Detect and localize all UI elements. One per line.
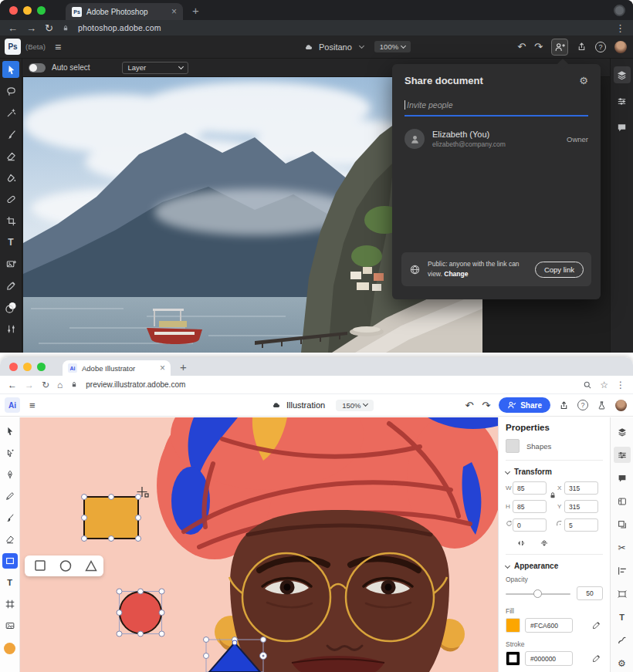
- reload-icon[interactable]: ↻: [42, 380, 49, 390]
- width-input[interactable]: 85: [513, 481, 547, 495]
- new-tab-button[interactable]: +: [180, 360, 187, 373]
- copy-link-button[interactable]: Copy link: [535, 262, 584, 278]
- orange-rectangle-shape[interactable]: [82, 495, 141, 542]
- layers-panel-button[interactable]: [614, 66, 631, 83]
- forward-icon[interactable]: →: [25, 380, 34, 390]
- ai-tool-eraser[interactable]: [2, 532, 18, 547]
- stroke-hex-input[interactable]: #000000: [525, 651, 573, 666]
- back-icon[interactable]: ←: [8, 380, 17, 390]
- share-settings-gear-icon[interactable]: ⚙: [579, 75, 588, 86]
- settings-button[interactable]: ⚙: [614, 656, 631, 672]
- maximize-window-icon[interactable]: [37, 6, 46, 15]
- browser-profile-icon[interactable]: [614, 5, 625, 16]
- ai-tool-select[interactable]: [2, 424, 18, 439]
- export-share-button[interactable]: [577, 42, 587, 52]
- invite-people-button[interactable]: [551, 39, 568, 56]
- address-bar[interactable]: photoshop.adobe.com: [78, 23, 161, 32]
- x-input[interactable]: 315: [564, 481, 598, 495]
- undo-icon[interactable]: ↶: [465, 400, 473, 410]
- pages-panel-button[interactable]: [614, 516, 631, 532]
- ai-tool-type[interactable]: T: [2, 575, 18, 590]
- comments-panel-button[interactable]: [614, 119, 631, 136]
- document-title[interactable]: Illustration: [286, 400, 325, 410]
- ps-tool-quick-select[interactable]: [2, 104, 19, 121]
- artboard-panel-button[interactable]: [614, 586, 631, 603]
- ai-tool-paintbrush[interactable]: [2, 510, 18, 525]
- ps-tool-adjustments[interactable]: [2, 320, 19, 337]
- height-input[interactable]: 85: [513, 500, 547, 513]
- redo-icon[interactable]: ↷: [482, 400, 490, 410]
- align-panel-button[interactable]: [614, 563, 631, 579]
- illustration-canvas[interactable]: [20, 417, 498, 672]
- appearance-section-header[interactable]: Appearance: [506, 562, 603, 570]
- undo-icon[interactable]: ↶: [517, 42, 526, 52]
- ai-tool-rectangle[interactable]: [2, 553, 18, 569]
- fill-hex-input[interactable]: #FCA600: [525, 618, 573, 633]
- opacity-slider-knob[interactable]: [533, 589, 542, 598]
- properties-panel-button[interactable]: [614, 447, 631, 463]
- invite-people-input[interactable]: Invite people: [405, 100, 588, 117]
- adjustments-panel-button[interactable]: [614, 93, 631, 110]
- close-tab-icon[interactable]: ×: [160, 363, 165, 373]
- user-avatar[interactable]: [615, 400, 627, 411]
- transform-section-header[interactable]: Transform: [506, 468, 603, 476]
- eyedropper-icon[interactable]: [591, 620, 601, 630]
- zoom-dropdown[interactable]: 150%: [336, 400, 374, 411]
- opacity-input[interactable]: 50: [577, 586, 603, 600]
- rotate-input[interactable]: 0: [513, 518, 547, 532]
- ps-tool-eraser[interactable]: [2, 147, 19, 164]
- close-window-icon[interactable]: [9, 363, 18, 371]
- target-layer-dropdown[interactable]: Layer: [122, 62, 188, 74]
- flip-vertical-icon[interactable]: [540, 539, 549, 548]
- type-styles-button[interactable]: T: [614, 610, 631, 626]
- maximize-window-icon[interactable]: [37, 363, 46, 371]
- corner-radius-input[interactable]: 5: [564, 518, 598, 532]
- libraries-panel-button[interactable]: [614, 493, 631, 509]
- browser-tab-illustrator[interactable]: Ai Adobe Illustrator ×: [63, 360, 171, 376]
- export-button[interactable]: [559, 400, 569, 410]
- ai-tool-direct-select[interactable]: [2, 445, 18, 461]
- ps-tool-add-image[interactable]: [2, 255, 19, 272]
- minimize-window-icon[interactable]: [23, 6, 32, 15]
- redo-icon[interactable]: ↷: [534, 42, 543, 52]
- layers-panel-button[interactable]: [614, 424, 631, 440]
- ps-tool-type[interactable]: T: [2, 234, 19, 251]
- eyedropper-icon[interactable]: [591, 653, 601, 664]
- fill-color-swatch[interactable]: [506, 618, 520, 633]
- back-icon[interactable]: ←: [8, 23, 18, 33]
- app-menu-icon[interactable]: ≡: [55, 41, 61, 53]
- ps-tool-healing[interactable]: [2, 191, 19, 208]
- help-button[interactable]: ?: [577, 400, 588, 410]
- help-button[interactable]: ?: [595, 42, 606, 52]
- forward-icon[interactable]: →: [26, 23, 36, 33]
- feedback-button[interactable]: [597, 400, 607, 410]
- scissors-tool-button[interactable]: ✂: [614, 539, 631, 555]
- browser-menu-icon[interactable]: ⋮: [616, 380, 625, 390]
- ps-tool-eyedropper[interactable]: [2, 277, 19, 294]
- y-input[interactable]: 315: [564, 500, 598, 513]
- ps-tool-brush[interactable]: [2, 126, 19, 143]
- address-bar[interactable]: preview.illustrator.adobe.com: [86, 380, 185, 389]
- flip-horizontal-icon[interactable]: [516, 539, 526, 548]
- minimize-window-icon[interactable]: [23, 363, 32, 371]
- ps-tool-lasso[interactable]: [2, 83, 19, 100]
- change-access-link[interactable]: Change: [444, 270, 468, 278]
- close-tab-icon[interactable]: ×: [171, 7, 177, 16]
- lock-proportions-icon[interactable]: [549, 491, 557, 500]
- search-icon[interactable]: [583, 380, 592, 390]
- ai-tool-artboard[interactable]: [2, 596, 18, 612]
- zoom-dropdown[interactable]: 100%: [374, 41, 411, 52]
- ps-tool-move[interactable]: [2, 61, 19, 78]
- fill-color-swatch[interactable]: [4, 643, 15, 654]
- ps-tool-crop[interactable]: [2, 212, 19, 229]
- ai-tool-pen[interactable]: [2, 467, 18, 482]
- curves-panel-button[interactable]: [614, 633, 631, 649]
- ai-tool-pencil[interactable]: [2, 488, 18, 504]
- close-window-icon[interactable]: [9, 6, 18, 15]
- home-icon[interactable]: ⌂: [57, 380, 63, 390]
- user-avatar[interactable]: [614, 41, 627, 53]
- comments-panel-button[interactable]: [614, 470, 631, 486]
- reload-icon[interactable]: ↻: [45, 23, 53, 33]
- bookmark-star-icon[interactable]: ☆: [600, 380, 608, 390]
- share-button[interactable]: Share: [499, 397, 550, 413]
